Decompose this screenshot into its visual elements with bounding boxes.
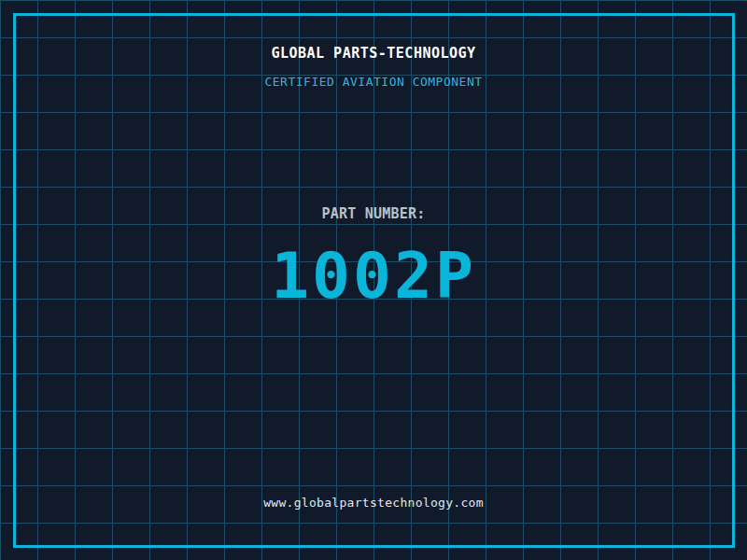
part-number-label: PART NUMBER:: [0, 205, 747, 222]
company-title: GLOBAL PARTS-TECHNOLOGY: [0, 45, 747, 62]
website-url: www.globalpartstechnology.com: [0, 496, 747, 510]
blueprint-grid-background: GLOBAL PARTS-TECHNOLOGY CERTIFIED AVIATI…: [0, 0, 747, 560]
certification-subtitle: CERTIFIED AVIATION COMPONENT: [0, 75, 747, 89]
part-number-value: 1002P: [0, 245, 747, 308]
